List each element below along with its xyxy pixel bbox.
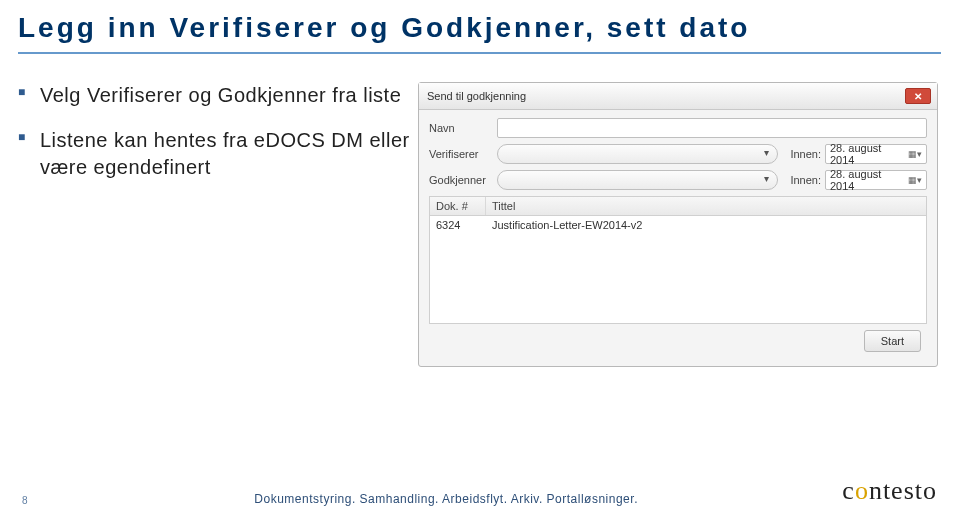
name-input[interactable] (497, 118, 927, 138)
close-icon[interactable]: ✕ (905, 88, 931, 104)
calendar-icon[interactable]: ▦▾ (908, 149, 922, 159)
approval-dialog: Send til godkjenning ✕ Navn Verifiserer … (418, 82, 938, 367)
table-header: Dok. # Tittel (430, 197, 926, 216)
label-verifiserer: Verifiserer (429, 148, 497, 160)
row-verifiserer: Verifiserer Innen: 28. august 2014 ▦▾ (429, 144, 927, 164)
verifiserer-dropdown[interactable] (497, 144, 778, 164)
table-row[interactable]: 6324 Justification-Letter-EW2014-v2 (430, 216, 926, 234)
label-innen: Innen: (790, 148, 821, 160)
header-tittel[interactable]: Tittel (486, 197, 926, 215)
dialog-title: Send til godkjenning (427, 90, 526, 102)
slide-footer: 8 Dokumentstyring. Samhandling. Arbeidsf… (0, 476, 959, 506)
godkjenner-date-block: Innen: 28. august 2014 ▦▾ (786, 170, 927, 190)
footer-text: Dokumentstyring. Samhandling. Arbeidsfly… (254, 492, 638, 506)
title-underline (18, 52, 941, 54)
godkjenner-date-input[interactable]: 28. august 2014 ▦▾ (825, 170, 927, 190)
bullet-item: Listene kan hentes fra eDOCS DM eller væ… (18, 127, 418, 181)
dialog-body: Navn Verifiserer Innen: 28. august 2014 … (419, 110, 937, 366)
verifiserer-date-block: Innen: 28. august 2014 ▦▾ (786, 144, 927, 164)
start-row: Start (429, 324, 927, 358)
bullet-list: Velg Verifiserer og Godkjenner fra liste… (18, 82, 418, 367)
godkjenner-dropdown[interactable] (497, 170, 778, 190)
row-navn: Navn (429, 118, 927, 138)
logo-part: ntesto (869, 476, 937, 505)
cell-tittel: Justification-Letter-EW2014-v2 (486, 216, 926, 234)
logo-o: o (855, 476, 869, 505)
verifiserer-date-input[interactable]: 28. august 2014 ▦▾ (825, 144, 927, 164)
bullet-item: Velg Verifiserer og Godkjenner fra liste (18, 82, 418, 109)
verifiserer-date-value: 28. august 2014 (830, 142, 908, 166)
slide-title: Legg inn Verifiserer og Godkjenner, sett… (0, 0, 959, 44)
label-navn: Navn (429, 122, 497, 134)
label-innen: Innen: (790, 174, 821, 186)
logo-part: c (842, 476, 855, 505)
dialog-titlebar: Send til godkjenning ✕ (419, 83, 937, 110)
document-table: Dok. # Tittel 6324 Justification-Letter-… (429, 196, 927, 324)
cell-dok: 6324 (430, 216, 486, 234)
page-number: 8 (22, 495, 50, 506)
row-godkjenner: Godkjenner Innen: 28. august 2014 ▦▾ (429, 170, 927, 190)
content-row: Velg Verifiserer og Godkjenner fra liste… (0, 82, 959, 367)
contesto-logo: contesto (842, 476, 937, 506)
header-dok[interactable]: Dok. # (430, 197, 486, 215)
godkjenner-date-value: 28. august 2014 (830, 168, 908, 192)
start-button[interactable]: Start (864, 330, 921, 352)
calendar-icon[interactable]: ▦▾ (908, 175, 922, 185)
label-godkjenner: Godkjenner (429, 174, 497, 186)
